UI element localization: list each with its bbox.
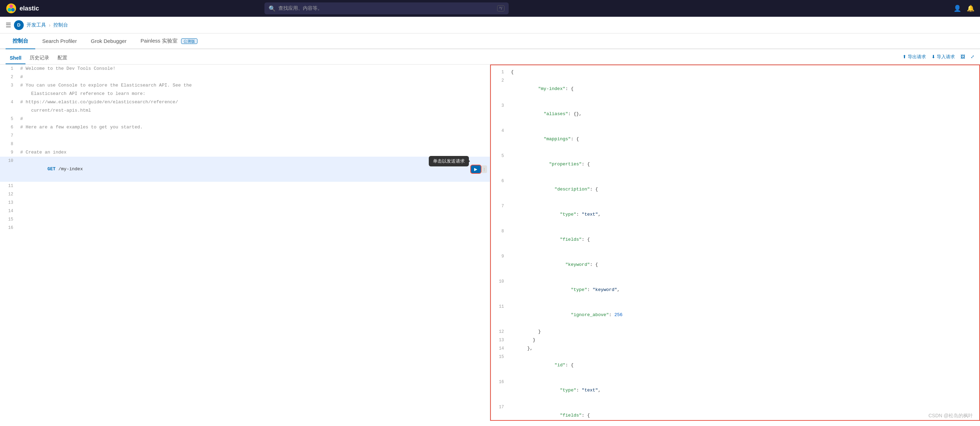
export-link[interactable]: ⬆ 导出请求 — [902, 54, 926, 60]
line-num-13: 13 — [0, 199, 18, 207]
editor-line-3: 3 # You can use Console to explore the E… — [0, 81, 490, 98]
line-actions: ▶ ⋮ — [471, 165, 487, 173]
editor-line-4: 4 # https://www.elastic.co/guide/en/elas… — [0, 98, 490, 115]
output-line-content-14: }, — [508, 344, 980, 353]
top-nav-bar: elastic 🔍 查找应用、内容等。 ^/ 👤 🔔 — [0, 0, 980, 17]
output-line-1: 1 { — [491, 68, 980, 76]
output-line-2: 2 "my-index": { — [491, 76, 980, 102]
request-path: /my-index — [56, 167, 83, 172]
run-button[interactable]: ▶ — [471, 165, 481, 173]
output-line-num-11: 11 — [491, 302, 508, 327]
elastic-logo-icon — [6, 3, 17, 14]
output-line-content-3: "aliases": {}, — [508, 102, 980, 127]
main-tabs: 控制台 Search Profiler Grok Debugger Painle… — [0, 33, 980, 49]
tab-painless-lab[interactable]: Painless 实验室 公测版 — [134, 33, 204, 49]
output-line-content-9: "keyword": { — [508, 252, 980, 277]
editor-line-10: 10 GET /my-index 单击以发送请求 ▶ ⋮ — [0, 157, 490, 182]
line-num-3: 3 — [0, 81, 18, 90]
svg-point-2 — [8, 8, 11, 11]
output-line-content-10: "type": "keyword", — [508, 277, 980, 302]
http-method: GET — [48, 167, 56, 172]
user-icon[interactable]: 👤 — [953, 5, 961, 12]
editor-line-2: 2 # — [0, 73, 490, 81]
sub-tabs-bar: Shell 历史记录 配置 ⬆ 导出请求 ⬇ 导入请求 🖼 ⤢ — [0, 49, 980, 65]
nav-icons: 👤 🔔 — [953, 5, 974, 12]
output-line-content-2: "my-index": { — [508, 76, 980, 102]
line-content-9[interactable]: # Create an index — [18, 148, 490, 157]
subtab-shell[interactable]: Shell — [6, 52, 25, 64]
line-num-2: 2 — [0, 73, 18, 81]
output-line-num-7: 7 — [491, 202, 508, 227]
line-content-5[interactable]: # — [18, 115, 490, 123]
editor-line-5: 5 # — [0, 115, 490, 123]
output-panel: 1 { 2 "my-index": { 3 "aliases": {}, 4 — [490, 65, 980, 421]
breadcrumb-devtools[interactable]: 开发工具 — [27, 22, 46, 28]
output-line-num-4: 4 — [491, 127, 508, 152]
breadcrumb-console[interactable]: 控制台 — [53, 22, 68, 28]
global-search-bar[interactable]: 🔍 查找应用、内容等。 ^/ — [264, 2, 509, 14]
output-line-num-8: 8 — [491, 227, 508, 252]
line-num-7: 7 — [0, 132, 18, 140]
editor-content[interactable]: 1 # Welcome to the Dev Tools Console! 2 … — [0, 65, 490, 421]
export-icon: ⬆ — [902, 54, 907, 59]
search-icon: 🔍 — [269, 5, 275, 12]
output-line-num-12: 12 — [491, 327, 508, 336]
editor-line-6: 6 # Here are a few examples to get you s… — [0, 123, 490, 132]
expand-icon[interactable]: ⤢ — [970, 54, 974, 59]
output-content[interactable]: 1 { 2 "my-index": { 3 "aliases": {}, 4 — [491, 65, 980, 420]
output-line-13: 13 } — [491, 336, 980, 344]
output-line-content-5: "properties": { — [508, 152, 980, 177]
hamburger-icon[interactable]: ☰ — [6, 21, 11, 29]
output-line-content-4: "mappings": { — [508, 127, 980, 152]
line-num-1: 1 — [0, 65, 18, 73]
output-line-num-15: 15 — [491, 353, 508, 378]
line-content-1[interactable]: # Welcome to the Dev Tools Console! — [18, 65, 490, 73]
output-line-num-9: 9 — [491, 252, 508, 277]
line-num-14: 14 — [0, 207, 18, 215]
tab-console[interactable]: 控制台 — [6, 33, 35, 49]
output-line-content-13: } — [508, 336, 980, 344]
output-line-10: 10 "type": "keyword", — [491, 277, 980, 302]
line-content-6[interactable]: # Here are a few examples to get you sta… — [18, 123, 490, 132]
output-line-6: 6 "description": { — [491, 177, 980, 202]
output-line-num-14: 14 — [491, 344, 508, 353]
breadcrumb-separator: › — [49, 22, 51, 28]
output-line-15: 15 "id": { — [491, 353, 980, 378]
output-line-11: 11 "ignore_above": 256 — [491, 302, 980, 327]
dev-badge: D — [14, 20, 24, 30]
import-link[interactable]: ⬇ 导入请求 — [932, 54, 955, 60]
output-line-3: 3 "aliases": {}, — [491, 102, 980, 127]
output-line-content-11: "ignore_above": 256 — [508, 302, 980, 327]
line-content-10[interactable]: GET /my-index — [18, 157, 490, 182]
output-line-17: 17 "fields": { — [491, 403, 980, 420]
editor-line-8: 8 — [0, 140, 490, 148]
tab-grok-debugger[interactable]: Grok Debugger — [84, 34, 134, 49]
line-content-2[interactable]: # — [18, 73, 490, 81]
output-line-9: 9 "keyword": { — [491, 252, 980, 277]
line-content-4[interactable]: # https://www.elastic.co/guide/en/elasti… — [18, 98, 490, 115]
subtab-history[interactable]: 历史记录 — [25, 52, 53, 65]
editor-panel[interactable]: 1 # Welcome to the Dev Tools Console! 2 … — [0, 65, 490, 421]
editor-line-13: 13 — [0, 199, 490, 207]
output-line-content-7: "type": "text", — [508, 202, 980, 227]
output-line-num-13: 13 — [491, 336, 508, 344]
line-num-8: 8 — [0, 140, 18, 148]
editor-line-1: 1 # Welcome to the Dev Tools Console! — [0, 65, 490, 73]
line-content-3[interactable]: # You can use Console to explore the Ela… — [18, 81, 490, 98]
sub-tab-actions: ⬆ 导出请求 ⬇ 导入请求 🖼 ⤢ — [902, 54, 974, 63]
line-num-11: 11 — [0, 182, 18, 190]
subtab-settings[interactable]: 配置 — [53, 52, 72, 65]
elastic-logo[interactable]: elastic — [6, 3, 39, 14]
output-line-content-17: "fields": { — [508, 403, 980, 420]
help-icon[interactable]: 🔔 — [967, 5, 974, 12]
output-line-5: 5 "properties": { — [491, 152, 980, 177]
search-placeholder: 查找应用、内容等。 — [278, 5, 322, 11]
output-line-14: 14 }, — [491, 344, 980, 353]
output-line-num-1: 1 — [491, 68, 508, 76]
tab-search-profiler[interactable]: Search Profiler — [35, 34, 84, 49]
more-options-button[interactable]: ⋮ — [482, 165, 487, 173]
output-line-num-17: 17 — [491, 403, 508, 420]
output-line-num-10: 10 — [491, 277, 508, 302]
help-docs-icon[interactable]: 🖼 — [961, 54, 965, 59]
output-line-12: 12 } — [491, 327, 980, 336]
